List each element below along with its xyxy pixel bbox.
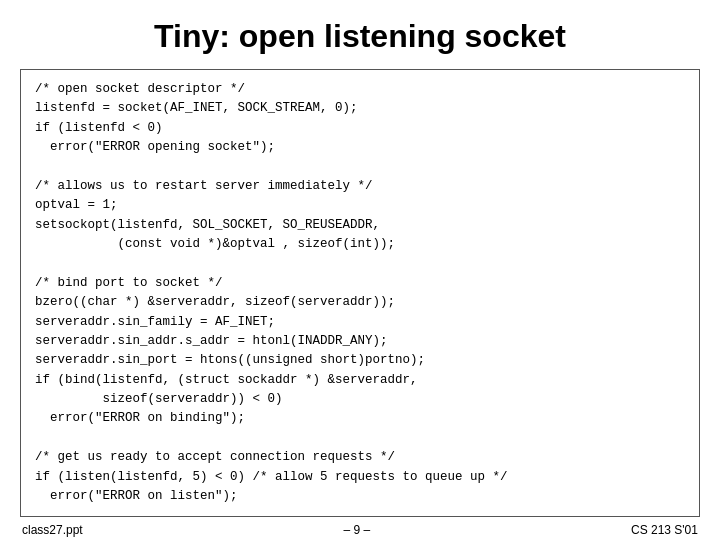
footer: class27.ppt – 9 – CS 213 S'01	[20, 523, 700, 537]
page-title: Tiny: open listening socket	[154, 18, 566, 55]
code-box: /* open socket descriptor */ listenfd = …	[20, 69, 700, 517]
page: Tiny: open listening socket /* open sock…	[0, 0, 720, 540]
footer-center: – 9 –	[343, 523, 370, 537]
footer-right: CS 213 S'01	[631, 523, 698, 537]
code-block: /* open socket descriptor */ listenfd = …	[35, 80, 685, 506]
footer-left: class27.ppt	[22, 523, 83, 537]
